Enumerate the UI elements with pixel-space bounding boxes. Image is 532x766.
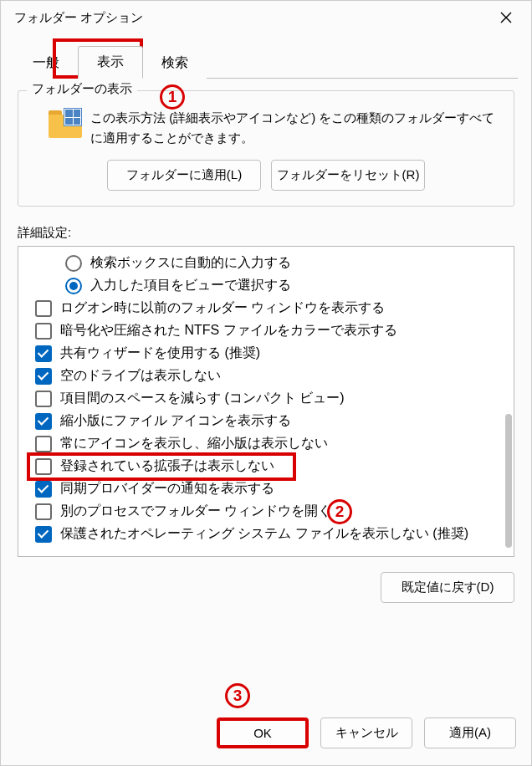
list-item-label: 別のプロセスでフォルダー ウィンドウを開く <box>60 503 331 520</box>
window-title: フォルダー オプション <box>14 10 489 26</box>
list-item-label: 項目間のスペースを減らす (コンパクト ビュー) <box>60 390 345 407</box>
list-item[interactable]: 検索ボックスに自動的に入力する <box>35 252 510 274</box>
list-item[interactable]: 空のドライブは表示しない <box>35 365 510 387</box>
tab-strip: 一般 表示 検索 <box>1 46 531 79</box>
scrollbar-thumb[interactable] <box>505 414 512 548</box>
list-item[interactable]: 常にアイコンを表示し、縮小版は表示しない <box>35 432 510 455</box>
ok-button[interactable]: OK <box>217 717 309 748</box>
tab-view[interactable]: 表示 <box>78 46 143 79</box>
tab-panel-view: フォルダーの表示 この表示方法 (詳細表示やアイコンなど) をこの種類のフォルダ… <box>14 78 518 706</box>
restore-defaults-button[interactable]: 既定値に戻す(D) <box>381 572 514 603</box>
list-item-label: 空のドライブは表示しない <box>60 367 221 385</box>
apply-to-folders-button[interactable]: フォルダーに適用(L) <box>107 160 261 191</box>
folder-views-group: フォルダーの表示 この表示方法 (詳細表示やアイコンなど) をこの種類のフォルダ… <box>18 90 514 207</box>
checkbox-icon[interactable] <box>35 391 52 407</box>
list-item[interactable]: ログオン時に以前のフォルダー ウィンドウを表示する <box>35 297 510 319</box>
advanced-settings-list[interactable]: 検索ボックスに自動的に入力する入力した項目をビューで選択するログオン時に以前のフ… <box>18 246 514 557</box>
list-item[interactable]: 保護されたオペレーティング システム ファイルを表示しない (推奨) <box>35 523 510 545</box>
checkbox-icon[interactable] <box>35 481 52 498</box>
list-item-label: 常にアイコンを表示し、縮小版は表示しない <box>60 435 328 452</box>
checkbox-icon[interactable] <box>35 413 52 430</box>
list-item[interactable]: 同期プロバイダーの通知を表示する <box>35 477 510 500</box>
checkbox-icon[interactable] <box>35 503 52 520</box>
folder-views-row: この表示方法 (詳細表示やアイコンなど) をこの種類のフォルダーすべてに適用する… <box>28 106 504 148</box>
cancel-button[interactable]: キャンセル <box>320 717 412 748</box>
folder-views-buttons: フォルダーに適用(L) フォルダーをリセット(R) <box>28 160 504 191</box>
list-item-label: ログオン時に以前のフォルダー ウィンドウを表示する <box>60 299 385 317</box>
tab-search[interactable]: 検索 <box>143 48 207 79</box>
dialog-footer: OK キャンセル 適用(A) <box>1 706 531 765</box>
checkbox-icon[interactable] <box>35 368 52 385</box>
list-item[interactable]: 縮小版にファイル アイコンを表示する <box>35 410 510 432</box>
list-item[interactable]: 入力した項目をビューで選択する <box>35 274 510 297</box>
checkbox-icon[interactable] <box>35 458 52 475</box>
folder-icon <box>47 108 85 141</box>
folder-options-dialog: フォルダー オプション 一般 表示 検索 フォルダーの表示 この表示方法 (詳細… <box>0 0 532 766</box>
radio-icon[interactable] <box>65 255 82 272</box>
list-item-label: 入力した項目をビューで選択する <box>90 277 291 294</box>
folder-views-legend: フォルダーの表示 <box>27 81 137 97</box>
tab-general[interactable]: 一般 <box>14 48 78 79</box>
list-item-label: 暗号化や圧縮された NTFS ファイルをカラーで表示する <box>60 322 397 340</box>
list-item-label: 保護されたオペレーティング システム ファイルを表示しない (推奨) <box>60 525 468 543</box>
list-item[interactable]: 共有ウィザードを使用する (推奨) <box>35 342 510 365</box>
list-item-label: 検索ボックスに自動的に入力する <box>90 254 291 272</box>
apply-button[interactable]: 適用(A) <box>424 717 516 748</box>
titlebar: フォルダー オプション <box>1 1 531 34</box>
reset-folders-button[interactable]: フォルダーをリセット(R) <box>271 160 425 191</box>
checkbox-icon[interactable] <box>35 323 52 340</box>
list-item-label: 登録されている拡張子は表示しない <box>60 457 274 475</box>
checkbox-icon[interactable] <box>35 300 52 317</box>
list-item-label: 同期プロバイダーの通知を表示する <box>60 480 274 498</box>
list-item-label: 共有ウィザードを使用する (推奨) <box>60 345 260 362</box>
checkbox-icon[interactable] <box>35 436 52 452</box>
list-item[interactable]: 項目間のスペースを減らす (コンパクト ビュー) <box>35 387 510 410</box>
checkbox-icon[interactable] <box>35 526 52 543</box>
checkbox-icon[interactable] <box>35 345 52 362</box>
radio-icon[interactable] <box>65 278 82 294</box>
advanced-settings-label: 詳細設定: <box>18 225 514 241</box>
list-item[interactable]: 登録されている拡張子は表示しない <box>35 455 510 477</box>
list-item-label: 縮小版にファイル アイコンを表示する <box>60 412 291 430</box>
list-item[interactable]: 暗号化や圧縮された NTFS ファイルをカラーで表示する <box>35 319 510 342</box>
folder-views-description: この表示方法 (詳細表示やアイコンなど) をこの種類のフォルダーすべてに適用する… <box>90 106 504 148</box>
close-icon[interactable] <box>489 5 523 30</box>
list-item[interactable]: 別のプロセスでフォルダー ウィンドウを開く <box>35 500 510 523</box>
